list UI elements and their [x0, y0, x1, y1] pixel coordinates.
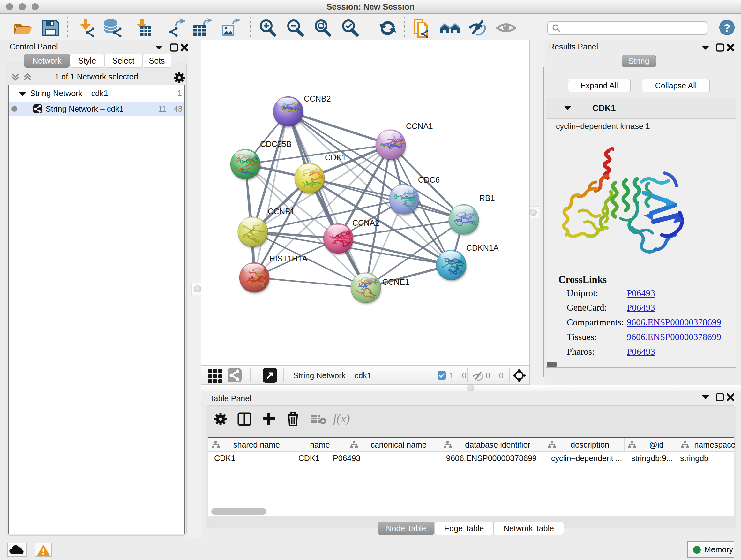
svg-text:RB1: RB1	[479, 193, 495, 202]
svg-text:CDC6: CDC6	[418, 175, 440, 184]
svg-text:CCNA1: CCNA1	[406, 122, 433, 131]
svg-text:CDC25B: CDC25B	[260, 139, 292, 148]
svg-text:HIST1H1A: HIST1H1A	[269, 254, 308, 263]
svg-text:CCNA2: CCNA2	[352, 219, 380, 227]
svg-text:CDK1: CDK1	[325, 153, 346, 162]
svg-text:CCNB1: CCNB1	[268, 207, 295, 216]
svg-text:CDKN1A: CDKN1A	[466, 243, 499, 252]
svg-text:CCNE1: CCNE1	[382, 277, 409, 287]
svg-text:CCNB2: CCNB2	[304, 94, 331, 103]
